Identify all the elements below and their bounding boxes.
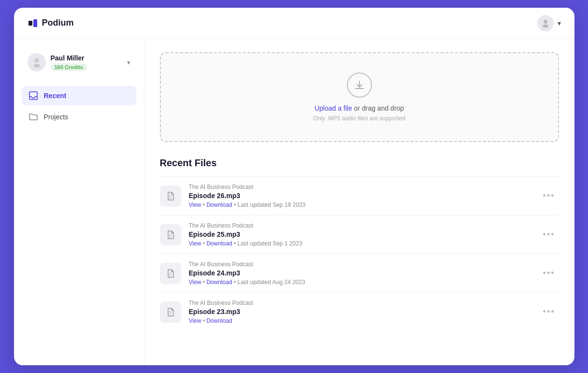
app-window: Podium ▾ [14,8,574,365]
user-info: Paul Miller 160 Credits [51,54,122,71]
file-download-link[interactable]: Download [206,279,232,286]
file-info: The AI Business Podcast Episode 24.mp3 V… [189,261,531,286]
upload-file-link[interactable]: Upload a file [315,104,352,112]
user-name: Paul Miller [51,54,122,62]
sidebar-item-projects[interactable]: Projects [22,107,136,127]
app-name: Podium [42,18,74,28]
file-name: Episode 23.mp3 [189,308,531,316]
file-more-button[interactable]: ••• [539,228,559,242]
user-section[interactable]: Paul Miller 160 Credits ▾ [22,48,136,76]
file-download-link[interactable]: Download [206,201,232,208]
file-icon [160,186,181,207]
file-download-link[interactable]: Download [206,240,232,247]
recent-files-section: Recent Files The AI Business Podca [160,158,559,331]
file-more-button[interactable]: ••• [539,305,559,319]
file-project: The AI Business Podcast [189,222,531,229]
credits-badge: 160 Credits [51,63,87,71]
file-actions: View • Download • Last updated Sep 19 20… [189,201,531,208]
file-info: The AI Business Podcast Episode 26.mp3 V… [189,184,531,208]
upload-text: Upload a file or drag and drop [315,104,404,112]
file-info: The AI Business Podcast Episode 25.mp3 V… [189,222,531,247]
main-content: Upload a file or drag and drop Only .MP3… [144,39,574,365]
svg-point-4 [34,58,39,63]
file-view-link[interactable]: View [189,317,201,324]
sidebar-item-recent[interactable]: Recent [22,86,136,105]
table-row: The AI Business Podcast Episode 26.mp3 V… [160,176,559,215]
file-name: Episode 24.mp3 [189,269,531,277]
header: Podium ▾ [14,8,574,39]
header-avatar [537,15,554,31]
table-row: The AI Business Podcast Episode 23.mp3 V… [160,292,559,331]
main-layout: Paul Miller 160 Credits ▾ Recent [14,39,574,365]
file-updated: • Last updated Aug 24 2023 [234,279,305,286]
file-view-link[interactable]: View [189,201,201,208]
section-title: Recent Files [160,158,559,169]
sidebar-avatar [28,53,46,72]
svg-rect-1 [33,19,37,27]
file-name: Episode 26.mp3 [189,192,531,200]
sidebar-recent-label: Recent [44,92,67,100]
file-view-link[interactable]: View [189,279,201,286]
file-name: Episode 25.mp3 [189,230,531,238]
upload-instruction: or drag and drop [352,104,404,112]
upload-zone[interactable]: Upload a file or drag and drop Only .MP3… [160,52,559,142]
svg-point-3 [543,24,548,28]
svg-point-2 [544,20,547,24]
file-icon [160,301,181,323]
upload-icon [347,72,372,98]
svg-point-5 [33,64,40,68]
file-actions: View • Download [189,317,531,324]
svg-rect-0 [29,21,32,26]
file-updated: • Last updated Sep 19 2023 [234,201,305,208]
file-actions: View • Download • Last updated Sep 1 202… [189,240,531,247]
file-download-link[interactable]: Download [206,317,232,324]
user-chevron-icon: ▾ [127,59,130,66]
file-project: The AI Business Podcast [189,184,531,190]
file-info: The AI Business Podcast Episode 23.mp3 V… [189,300,531,324]
logo-icon [28,18,38,29]
header-user[interactable]: ▾ [537,15,561,31]
header-chevron-icon: ▾ [558,19,561,27]
folder-icon [29,112,38,122]
logo: Podium [28,18,74,29]
file-project: The AI Business Podcast [189,261,531,268]
file-project: The AI Business Podcast [189,300,531,306]
file-actions: View • Download • Last updated Aug 24 20… [189,279,531,286]
file-icon [160,224,181,245]
sidebar: Paul Miller 160 Credits ▾ Recent [14,39,144,365]
table-row: The AI Business Podcast Episode 24.mp3 V… [160,254,559,292]
upload-hint: Only .MP3 audio files are supported [313,115,405,122]
inbox-icon [29,91,38,100]
file-view-link[interactable]: View [189,240,201,247]
file-more-button[interactable]: ••• [539,266,559,280]
file-more-button[interactable]: ••• [539,189,559,203]
sidebar-projects-label: Projects [44,113,69,121]
file-icon [160,263,181,284]
file-list: The AI Business Podcast Episode 26.mp3 V… [160,176,559,331]
table-row: The AI Business Podcast Episode 25.mp3 V… [160,215,559,254]
file-updated: • Last updated Sep 1 2023 [234,240,302,247]
